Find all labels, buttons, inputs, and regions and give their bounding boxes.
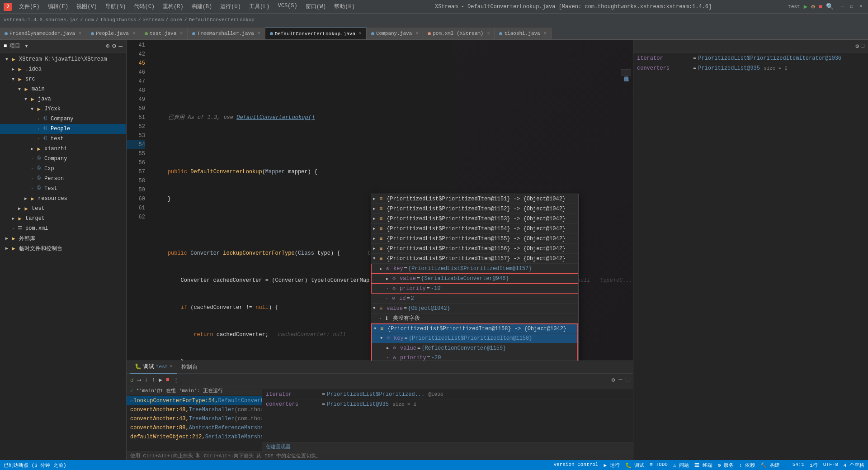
- variable-row[interactable]: converters=PrioritizedList@935size = 2: [262, 399, 633, 409]
- status-services[interactable]: ⚙ 服务: [718, 462, 734, 469]
- tree-item[interactable]: ▶▶test: [0, 204, 126, 214]
- right-debug-tree[interactable]: iterator=PrioritizedList$PrioritizedItem…: [633, 52, 868, 460]
- tree-item[interactable]: ·☰pom.xml: [0, 223, 126, 233]
- tree-item[interactable]: ▶▶resources: [0, 194, 126, 204]
- tree-item[interactable]: ▶▶.idea: [0, 64, 126, 74]
- tree-item[interactable]: ▶▶xianzhi: [0, 144, 126, 154]
- debug-popup-row[interactable]: ▼ ≡{PrioritizedList$PrioritizedItem@1158…: [371, 323, 578, 333]
- tab-bar[interactable]: FriendlyNameCoder.java×People.java×test.…: [0, 26, 868, 40]
- sidebar-collapse-btn[interactable]: —: [119, 43, 123, 50]
- call-stack-item[interactable]: ↩ lookupConverterForType:54, DefaultConv…: [127, 396, 262, 405]
- bottom-toolbar[interactable]: ↺ ⟶ ↓ ↑ ▶ ■ ⋮ ⚙ — □: [127, 374, 633, 386]
- tree-item[interactable]: ·©Company: [0, 154, 126, 164]
- editor-tab[interactable]: pom.xml (XStream)×: [423, 28, 495, 39]
- menu-item[interactable]: 重构(R): [159, 2, 187, 11]
- tab-close-btn[interactable]: ×: [544, 31, 547, 36]
- tree-item[interactable]: ·©Test: [0, 184, 126, 194]
- editor-tab[interactable]: test.java×: [140, 28, 188, 39]
- status-deps[interactable]: ↕ 依赖: [739, 462, 755, 469]
- sidebar-dropdown[interactable]: ▼: [25, 43, 28, 49]
- call-stack-item[interactable]: convertAnother:48, TreeMarshaller (com.t…: [127, 405, 262, 414]
- editor-tab[interactable]: DefaultConverterLookup.java×: [265, 28, 367, 39]
- status-run[interactable]: ▶ 运行: [604, 462, 619, 469]
- debug-popup-row[interactable]: ▶ ⊙value = {ReflectionConverter@1159}: [371, 343, 578, 353]
- tree-item[interactable]: ▼▶java: [0, 94, 126, 104]
- tab-debug[interactable]: 🐛 调试 test ×: [130, 361, 177, 374]
- debug-stop-btn[interactable]: ■: [166, 376, 170, 383]
- tree-item[interactable]: ·©Person: [0, 174, 126, 184]
- status-version-control[interactable]: Version Control: [553, 462, 598, 469]
- debug-popup-row[interactable]: · ⊙priority = -20: [371, 353, 578, 361]
- right-tree-row[interactable]: iterator=PrioritizedList$PrioritizedItem…: [633, 53, 868, 63]
- sidebar-gear-btn[interactable]: ⚙: [112, 42, 116, 50]
- tab-close-btn[interactable]: ×: [415, 31, 418, 36]
- debug-popup-row[interactable]: ▶ ≡{PrioritizedList$PrioritizedItem@1154…: [371, 224, 578, 234]
- build-button[interactable]: ⚙: [811, 3, 815, 10]
- menu-item[interactable]: 视图(V): [73, 2, 101, 11]
- tree-item[interactable]: ▼▶XStream K:\javafile\XStream: [0, 54, 126, 64]
- debug-expand-btn[interactable]: □: [626, 376, 629, 383]
- tab-close-btn[interactable]: ×: [132, 31, 135, 36]
- editor-tab[interactable]: tiaoshi.java×: [495, 28, 551, 39]
- debug-close-btn[interactable]: —: [618, 376, 622, 383]
- debug-step-out-btn[interactable]: ↑: [151, 376, 155, 383]
- debug-popup-row[interactable]: · ⊙id = 2: [371, 294, 578, 304]
- debug-popup-row[interactable]: · ⊙priority = -10: [371, 284, 578, 294]
- tab-console[interactable]: 控制台: [177, 361, 202, 374]
- minimize-button[interactable]: ─: [839, 3, 846, 10]
- project-tree[interactable]: ▼▶XStream K:\javafile\XStream▶▶.idea▼▶sr…: [0, 52, 126, 460]
- debug-popup-row[interactable]: · ℹ类没有字段: [371, 313, 578, 323]
- tree-item[interactable]: ·©test: [0, 134, 126, 144]
- debug-popup-row[interactable]: ▶ ≡{PrioritizedList$PrioritizedItem@1155…: [371, 234, 578, 244]
- debug-step-over-btn[interactable]: ⟶: [137, 376, 141, 384]
- tree-item[interactable]: ▶▶target: [0, 214, 126, 223]
- tab-close-btn[interactable]: ×: [79, 31, 81, 36]
- debug-popup-row[interactable]: ▼ ≡{PrioritizedList$PrioritizedItem@1157…: [371, 254, 578, 264]
- status-build[interactable]: 🔨 构建: [760, 462, 780, 469]
- debug-popup-row[interactable]: ▶ ≡{PrioritizedList$PrioritizedItem@1152…: [371, 204, 578, 214]
- close-button[interactable]: ×: [857, 3, 864, 10]
- run-button[interactable]: ▶: [804, 3, 807, 10]
- debug-popup-row[interactable]: ▼ ≡value = {Object@1042}: [371, 304, 578, 313]
- tab-close-btn[interactable]: ×: [258, 31, 260, 36]
- debug-resume-btn[interactable]: ▶: [159, 376, 162, 384]
- editor-tab[interactable]: TreeMarshaller.java×: [188, 28, 265, 39]
- stop-button[interactable]: ■: [819, 3, 822, 10]
- status-problems[interactable]: ⚠ 问题: [673, 462, 689, 469]
- breadcrumb-item[interactable]: xstream: [143, 17, 164, 23]
- right-panel-toolbar[interactable]: ⚙ □: [633, 40, 868, 52]
- breadcrumb-item[interactable]: com: [85, 17, 94, 23]
- variable-row[interactable]: iterator=PrioritizedList$Prioritized...@…: [262, 389, 633, 399]
- tree-item[interactable]: ▼▶JYcxk: [0, 104, 126, 114]
- breadcrumb-item[interactable]: core: [170, 17, 182, 23]
- tree-item[interactable]: ▼▶src: [0, 74, 126, 84]
- debug-step-into-btn[interactable]: ↓: [145, 376, 148, 383]
- tree-item[interactable]: ·©Company: [0, 114, 126, 124]
- menu-item[interactable]: VCS(S): [274, 2, 301, 11]
- editor-tab[interactable]: Company.java×: [367, 28, 423, 39]
- debug-popup-row[interactable]: ▶ ⊙key = {PrioritizedList$PrioritizedIte…: [371, 264, 578, 274]
- debug-popup-row[interactable]: ▼ ⊙key = {PrioritizedList$PrioritizedIte…: [371, 333, 578, 343]
- breadcrumb-item[interactable]: DefaultConverterLookup: [189, 17, 255, 23]
- menu-item[interactable]: 帮助(H): [330, 2, 359, 11]
- reader-mode-button[interactable]: 阅读器模式: [621, 69, 631, 76]
- tab-close-btn[interactable]: ×: [487, 31, 490, 36]
- search-button[interactable]: 🔍: [826, 3, 834, 10]
- right-gear-btn[interactable]: ⚙: [855, 43, 859, 50]
- tab-debug-close[interactable]: ×: [170, 364, 172, 369]
- status-debug[interactable]: 🐛 调试: [625, 462, 645, 469]
- menu-item[interactable]: 文件(F): [15, 2, 43, 11]
- bottom-tab-bar[interactable]: 🐛 调试 test × 控制台: [127, 361, 633, 374]
- menu-item[interactable]: 运行(U): [217, 2, 245, 11]
- create-renderer-btn[interactable]: 创建呈现器: [262, 442, 633, 451]
- status-terminal[interactable]: ☰ 终端: [694, 462, 712, 469]
- menu-item[interactable]: 构建(B): [188, 2, 216, 11]
- sidebar-scope-btn[interactable]: ⊕: [106, 42, 109, 50]
- call-stack-item[interactable]: defaultWriteObject:212, SerializableMars…: [127, 432, 262, 442]
- debug-tooltip-popup[interactable]: ▶ ≡{PrioritizedList$PrioritizedItem@1151…: [371, 194, 579, 361]
- tab-close-btn[interactable]: ×: [180, 31, 183, 36]
- editor-tab[interactable]: People.java×: [86, 28, 140, 39]
- menu-item[interactable]: 编辑(E): [44, 2, 72, 11]
- call-stack-item[interactable]: convertAnother:43, TreeMarshaller (com.t…: [127, 414, 262, 423]
- debug-popup-row[interactable]: ▶ ≡{PrioritizedList$PrioritizedItem@1156…: [371, 244, 578, 254]
